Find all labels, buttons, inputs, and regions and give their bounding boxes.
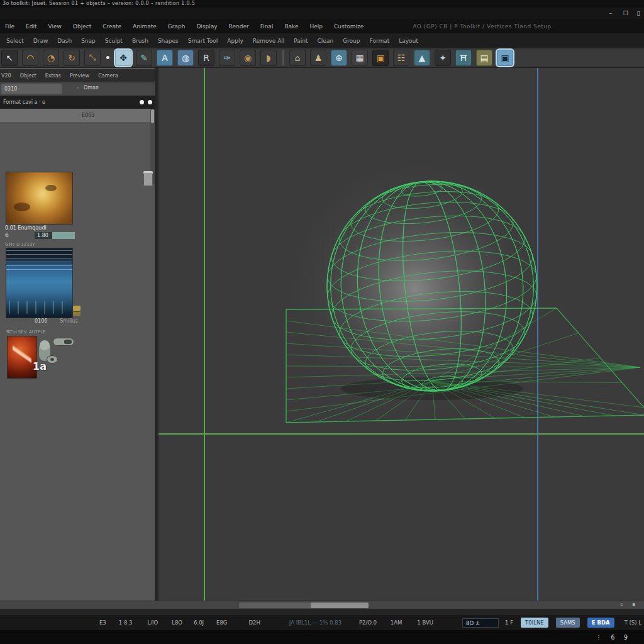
text-tool-button[interactable]: A (157, 50, 173, 66)
camera-tool-button[interactable]: ▣ (497, 50, 513, 66)
spline-tool-button[interactable]: ✑ (219, 50, 235, 66)
menu2-group[interactable]: Group (343, 38, 360, 44)
status-button-sams[interactable]: SAMS (556, 618, 580, 628)
sidebar-header-row[interactable]: Format cavi a · e (0, 96, 155, 109)
menu2-sculpt[interactable]: Sculpt (105, 38, 123, 44)
menu2-brush[interactable]: Brush (132, 38, 148, 44)
menu2-snap[interactable]: Snap (81, 38, 96, 44)
horizontal-scrollbar[interactable]: ▫ ▪ (0, 601, 644, 609)
menu-animate[interactable]: Animate (133, 23, 157, 30)
sphere-tool-button[interactable]: ◍ (177, 50, 194, 66)
uv-grid-tool-button[interactable]: ▦ (352, 50, 368, 66)
scrollbar-icons[interactable]: ▫ ▪ (620, 602, 639, 607)
pen-tool-icon: ✎ (140, 53, 148, 63)
taskbar-icon[interactable]: 9 (624, 634, 628, 641)
material-progress-bar[interactable]: 1.80 (35, 232, 75, 239)
landscape-tool-button[interactable]: ▲ (414, 50, 430, 66)
dot-indicator[interactable] (140, 100, 144, 104)
menu-object[interactable]: Object (73, 23, 91, 30)
scale-tool-button[interactable]: ⤡ (84, 50, 101, 66)
cube-tool-icon: ▣ (376, 53, 384, 63)
menu-file[interactable]: File (5, 23, 14, 30)
menu2-apply[interactable]: Apply (227, 38, 243, 44)
slider-pill[interactable] (53, 338, 74, 346)
terrain-tool-button[interactable]: ⌂ (289, 50, 306, 66)
scrollbar-thumb[interactable] (311, 602, 369, 608)
minimize-button[interactable]: – (606, 9, 615, 17)
title-bar: 3o toolkit: Jouet. Session 01 + objects … (0, 0, 644, 8)
world-tool-button[interactable]: ⊕ (331, 50, 347, 66)
menu-customize[interactable]: Customize (334, 23, 364, 30)
orbit-tool-button[interactable]: ◔ (43, 50, 59, 66)
menu-bake[interactable]: Bake (284, 23, 298, 30)
select-tool-button[interactable]: ↖ (1, 50, 18, 66)
menu-display[interactable]: Display (196, 23, 217, 30)
move-tool-button[interactable]: ✥ (115, 50, 131, 66)
spline-tool-icon: ✑ (223, 53, 231, 63)
figure-tool-icon: ♟ (314, 53, 323, 63)
screen-tool-button[interactable]: ▤ (476, 50, 492, 66)
menu2-draw[interactable]: Draw (33, 38, 48, 44)
material-count-label: 1a (33, 360, 47, 372)
terrain-tool-icon: ⌂ (295, 53, 301, 63)
menu2-paint[interactable]: Paint (294, 38, 308, 44)
status-cell: E3 (99, 619, 106, 626)
lasso-tool-button[interactable]: ◠ (22, 50, 38, 66)
af-tool-button[interactable]: Ħ (455, 50, 472, 66)
3d-viewport[interactable] (158, 68, 644, 601)
shell-tool-button[interactable]: ◗ (260, 50, 277, 66)
globe-tool-button[interactable]: ◉ (240, 50, 256, 66)
menu-create[interactable]: Create (103, 23, 121, 30)
menu2-smart-tool[interactable]: Smart Tool (188, 38, 218, 44)
move-tool-icon: ✥ (119, 53, 127, 63)
status-button-e-bda[interactable]: E BDA (587, 618, 614, 628)
figure-tool-button[interactable]: ♟ (310, 50, 326, 66)
menu2-shapes[interactable]: Shapes (158, 38, 179, 44)
sidebar-dropdown[interactable]: 0310 (1, 84, 62, 94)
layers-icon[interactable] (73, 306, 80, 316)
menu-edit[interactable]: Edit (26, 23, 36, 30)
menu2-select[interactable]: Select (6, 38, 24, 44)
render-tool-button[interactable]: ✦ (435, 50, 451, 66)
close-button[interactable]: ▯ (634, 9, 643, 17)
clipboard-icon[interactable] (143, 171, 153, 186)
restore-button[interactable]: ❐ (621, 9, 630, 17)
menu-view[interactable]: View (48, 23, 62, 30)
group-tool-button[interactable]: ☷ (393, 50, 409, 66)
sidebar-tab-v20[interactable]: V20 (1, 73, 11, 79)
menu-graph[interactable]: Graph (168, 23, 186, 30)
status-cell: 6.0J (194, 619, 204, 626)
sidebar-tab-camera[interactable]: Camera (98, 73, 118, 79)
pen-tool-button[interactable]: ✎ (136, 50, 152, 66)
status-input[interactable]: 8O ± (462, 618, 499, 628)
globe-tool-icon: ◉ (244, 53, 252, 63)
sidebar-tab-extras[interactable]: Extras (45, 73, 61, 79)
menu2-clean[interactable]: Clean (318, 38, 334, 44)
rig-tool-button[interactable]: R (198, 50, 214, 66)
menu2-format[interactable]: Format (370, 38, 390, 44)
oval-button[interactable] (47, 355, 58, 364)
menu2-dash[interactable]: Dash (57, 38, 72, 44)
dot-indicator[interactable] (148, 100, 152, 104)
menu-final[interactable]: Final (260, 23, 274, 30)
chevron-right-icon: › (77, 85, 79, 91)
texture-detail (6, 250, 72, 272)
material-thumbnail-blueprint[interactable] (6, 248, 72, 318)
menu-help[interactable]: Help (310, 23, 323, 30)
menu2-layout[interactable]: Layout (399, 38, 418, 44)
menu-bar-secondary: SelectDrawDashSnapSculptBrushShapesSmart… (0, 33, 644, 48)
sidebar-selected-row[interactable]: E003 · (0, 109, 151, 122)
taskbar-icon[interactable]: 6 (611, 634, 614, 641)
cube-tool-button[interactable]: ▣ (372, 50, 389, 66)
sidebar-scrollbar-thumb[interactable] (151, 109, 154, 123)
menu2-remove-all[interactable]: Remove All (253, 38, 285, 44)
sidebar-tab-preview[interactable]: Preview (70, 73, 89, 79)
camera-tool-icon: ▣ (501, 53, 509, 63)
status-button-t0ilne[interactable]: T0ILNE (521, 618, 548, 628)
menu-render[interactable]: Render (229, 23, 249, 30)
texture-detail (14, 203, 30, 211)
sidebar-tab-object[interactable]: Object (20, 73, 36, 79)
taskbar-icon[interactable]: ⋮ (596, 634, 602, 641)
rotate-tool-button[interactable]: ↻ (64, 50, 80, 66)
material-thumbnail-rock[interactable] (6, 172, 72, 224)
